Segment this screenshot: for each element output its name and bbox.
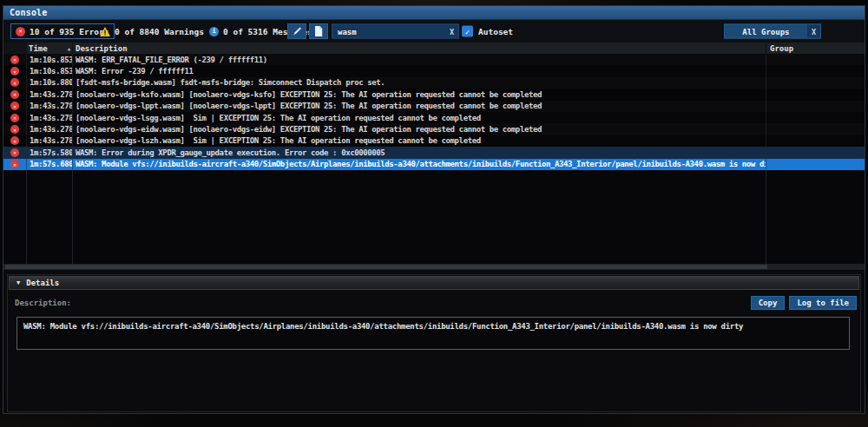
log-row[interactable]: ✕ 1m:43s.278m [noolaero-vdgs-lszh.wasm] … [3,135,865,147]
autoset-control: ✓ Autoset [462,26,513,37]
error-glyph: ✕ [13,91,16,97]
pencil-icon [292,26,302,36]
sort-asc-icon: ▲ [68,46,72,51]
row-description: WASM: Module vfs://inibuilds-aircraft-a3… [73,159,766,170]
log-row[interactable]: ✕ 1m:10s.853m WASM: Error -239 / ffffff1… [3,65,865,76]
search-box: X [332,24,459,39]
groups-dropdown-label: All Groups [725,27,807,36]
row-group [766,54,865,65]
window-title: Console [10,8,48,17]
error-icon: ✕ [16,27,25,36]
row-description: [noolaero-vdgs-eidw.wasm] [noolaero-vdgs… [73,123,766,135]
row-time: 1m:10s.853m [27,54,73,65]
error-icon: ✕ [10,102,19,110]
table-empty-area [3,170,865,264]
autoset-label: Autoset [478,27,513,36]
log-rows: ✕ 1m:10s.853m WASM: ERR_FATAL_FILE_ERROR… [3,54,865,170]
error-glyph: ✕ [13,127,16,133]
row-description: [noolaero-vdgs-lsgg.wasm] Sim | EXCEPTIO… [73,112,766,123]
collapse-icon: ▼ [16,279,20,286]
log-row[interactable]: ✕ 1m:43s.278m [noolaero-vdgs-lppt.wasm] … [3,101,865,112]
warnings-filter-toggle[interactable]: 0 of 8840 Warnings [95,23,208,39]
row-time: 1m:10s.880m [27,77,73,89]
error-glyph: ✕ [13,69,16,75]
error-glyph: ✕ [13,161,16,168]
description-label: Description: [15,299,71,307]
warnings-filter-label: 0 of 8840 Warnings [115,27,204,36]
autoset-checkbox[interactable]: ✓ [462,26,473,37]
error-icon: ✕ [10,148,19,157]
row-group [766,65,865,76]
time-column-header[interactable]: Time ▲ [27,43,73,54]
error-icon: ✕ [10,90,19,99]
log-row[interactable]: ✕ 1m:10s.853m WASM: ERR_FATAL_FILE_ERROR… [3,54,865,65]
details-header-label: Details [26,279,59,287]
row-group [766,77,865,89]
row-time: 1m:43s.278m [27,123,73,135]
description-text-box[interactable]: WASM: Module vfs://inibuilds-aircraft-a3… [16,317,850,350]
log-row[interactable]: ✕ 1m:43s.278m [noolaero-vdgs-eidw.wasm] … [3,123,865,135]
details-description-row: Description: Copy Log to file [15,296,857,310]
window-titlebar[interactable]: Console [3,6,865,20]
row-group [766,135,865,147]
error-icon: ✕ [10,136,19,145]
error-icon: ✕ [10,78,19,87]
row-description: WASM: Error -239 / ffffff11 [73,65,766,76]
console-window: Console ✕ 10 of 935 Errors 0 of 8840 War… [3,5,865,414]
search-clear-button[interactable]: X [445,27,458,36]
row-description: [noolaero-vdgs-ksfo.wasm] [noolaero-vdgs… [73,89,766,100]
row-time: 1m:43s.278m [27,101,73,112]
row-description: [noolaero-vdgs-lszh.wasm] Sim | EXCEPTIO… [73,135,766,147]
severity-column-header[interactable] [3,43,27,54]
error-icon: ✕ [10,160,19,168]
search-input[interactable] [332,27,445,36]
horizontal-scrollbar[interactable] [3,264,865,270]
log-row[interactable]: ✕ 1m:57s.680m WASM: Module vfs://inibuil… [3,159,865,170]
error-icon: ✕ [10,114,19,122]
row-group [766,147,865,158]
log-row[interactable]: ✕ 1m:43s.278m [noolaero-vdgs-lsgg.wasm] … [3,112,865,123]
log-table: Time ▲ Description Group ✕ 1m:10s.853m W… [3,43,865,270]
log-file-button[interactable] [309,23,328,39]
groups-clear-button[interactable]: X [807,25,820,38]
log-table-header: Time ▲ Description Group [3,43,865,54]
group-column-header[interactable]: Group [766,43,865,54]
horizontal-scrollbar-thumb[interactable] [5,265,767,269]
row-time: 1m:10s.853m [27,65,73,76]
error-glyph: ✕ [13,56,16,62]
desktop-background: { "window": { "title": "Console" }, "too… [0,0,868,427]
row-time: 1m:43s.278m [27,112,73,123]
row-description: WASM: Error during XPDR_gauge_update exe… [73,147,766,158]
row-description: [noolaero-vdgs-lppt.wasm] [noolaero-vdgs… [73,101,766,112]
error-icon: ✕ [10,67,19,76]
row-time: 1m:43s.278m [27,135,73,147]
details-panel: ▼ Details Description: Copy Log to file … [7,274,861,412]
error-glyph: ✕ [13,80,16,86]
row-group [766,101,865,112]
error-glyph: ✕ [13,103,16,109]
error-icon: ✕ [10,56,19,64]
row-time: 1m:43s.278m [27,89,73,100]
log-row[interactable]: ✕ 1m:57s.580m WASM: Error during XPDR_ga… [3,147,865,158]
row-time: 1m:57s.580m [27,147,73,158]
warning-icon [100,27,110,36]
groups-dropdown[interactable]: All Groups X [724,24,821,39]
description-column-header[interactable]: Description [73,43,766,54]
error-glyph: ✕ [13,138,16,144]
row-group [766,159,865,170]
log-row[interactable]: ✕ 1m:10s.880m [fsdt-msfs-bridge.wasm] fs… [3,77,865,89]
error-glyph: ✕ [13,149,16,155]
row-description: WASM: ERR_FATAL_FILE_ERROR (-239 / fffff… [73,54,766,65]
log-to-file-button[interactable]: Log to file [789,296,857,310]
row-group [766,89,865,100]
clear-console-button[interactable] [287,23,306,39]
row-description: [fsdt-msfs-bridge.wasm] fsdt-msfs-bridge… [73,77,766,89]
log-row[interactable]: ✕ 1m:43s.278m [noolaero-vdgs-ksfo.wasm] … [3,89,865,100]
error-icon: ✕ [10,125,19,134]
row-time: 1m:57s.680m [27,159,73,170]
row-group [766,112,865,123]
document-icon [314,26,323,36]
copy-button[interactable]: Copy [751,296,786,310]
details-header[interactable]: ▼ Details [9,276,859,290]
row-group [766,123,865,135]
